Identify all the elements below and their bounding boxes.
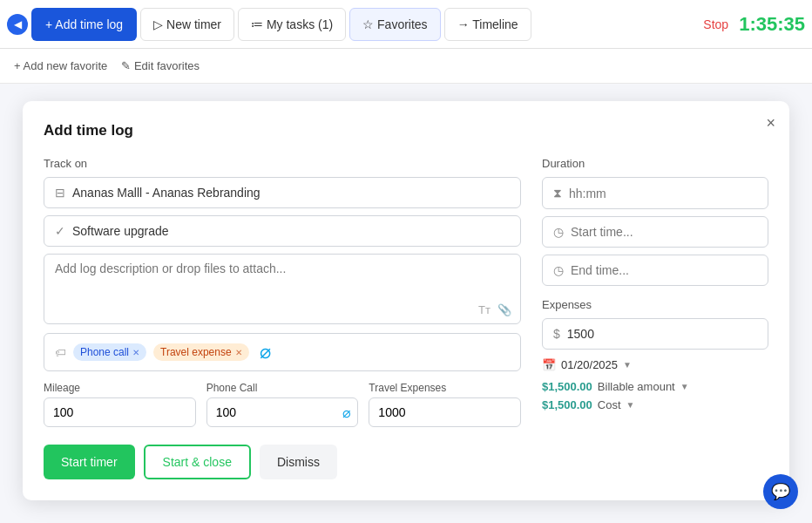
modal-body: Track on ⊟ ✓ Tт 📎 <box>44 157 768 479</box>
duration-input[interactable] <box>569 187 757 200</box>
attach-icon[interactable]: 📎 <box>497 303 511 316</box>
dismiss-button[interactable]: Dismiss <box>260 445 337 479</box>
dollar-icon: $ <box>553 327 560 341</box>
billable-amount-label: Billable amount <box>598 380 675 393</box>
vpn-icon[interactable]: ⌀ <box>260 341 271 363</box>
end-time-input[interactable] <box>571 263 757 277</box>
add-time-button[interactable]: + Add time log <box>31 8 137 41</box>
billable-amount-value: $1,500.00 <box>542 380 592 393</box>
description-wrap: Tт 📎 <box>44 254 521 324</box>
date-chevron-icon: ▼ <box>623 360 632 370</box>
phone-call-vpn-icon: ⌀ <box>342 404 351 421</box>
chat-icon: 💬 <box>771 482 790 501</box>
chat-bubble-button[interactable]: 💬 <box>763 474 798 509</box>
date-row[interactable]: 📅 01/20/2025 ▼ <box>542 358 768 371</box>
edit-favorites-link[interactable]: ✎ Edit favorites <box>121 59 200 72</box>
tag-phone-call-label: Phone call <box>80 346 129 358</box>
cost-amount-value: $1,500.00 <box>542 398 592 411</box>
billable-chevron-icon[interactable]: ▼ <box>680 382 689 391</box>
date-icon: 📅 <box>542 358 556 371</box>
my-tasks-button[interactable]: ≔ My tasks (1) <box>238 8 346 41</box>
nav-arrow-button[interactable]: ◀ <box>7 14 28 35</box>
arrow-icon: ◀ <box>14 18 22 31</box>
expense-fields: Mileage Phone Call ⌀ Travel Expenses <box>44 382 521 427</box>
track-on-label: Track on <box>44 157 521 170</box>
modal-title: Add time log <box>44 122 768 139</box>
tag-travel-expense-label: Travel expense <box>160 346 232 358</box>
phone-call-input[interactable] <box>206 397 359 427</box>
task-check-icon: ✓ <box>55 224 65 238</box>
end-time-input-row[interactable]: ◷ <box>542 255 768 286</box>
cost-chevron-icon[interactable]: ▼ <box>626 400 635 410</box>
duration-icon: ⧗ <box>553 186 562 200</box>
expenses-input[interactable] <box>567 327 757 341</box>
travel-expenses-field: Travel Expenses <box>369 382 521 427</box>
timeline-button[interactable]: → Timeline <box>444 8 531 41</box>
travel-expenses-label: Travel Expenses <box>369 382 521 394</box>
modal-left: Track on ⊟ ✓ Tт 📎 <box>44 157 521 479</box>
page-content: Add time log × Track on ⊟ ✓ <box>0 84 812 523</box>
duration-input-row[interactable]: ⧗ <box>542 177 768 209</box>
task-input-row[interactable]: ✓ <box>44 215 521 247</box>
timer-display: 1:35:35 <box>739 13 805 36</box>
phone-call-label: Phone Call <box>206 382 359 394</box>
tag-icon: 🏷 <box>55 346 66 359</box>
duration-label: Duration <box>542 157 768 170</box>
start-time-icon: ◷ <box>553 225 564 239</box>
billable-row: $1,500.00 Billable amount ▼ <box>542 380 768 393</box>
favorites-button[interactable]: ☆ Favorites <box>349 8 440 41</box>
text-format-icon[interactable]: Tт <box>478 303 491 316</box>
tag-phone-call-remove[interactable]: ✕ <box>132 348 139 357</box>
phone-call-field: Phone Call ⌀ <box>206 382 359 427</box>
travel-expenses-input[interactable] <box>369 397 521 427</box>
start-time-input-row[interactable]: ◷ <box>542 216 768 248</box>
mileage-input[interactable] <box>44 397 196 427</box>
tags-row: 🏷 Phone call ✕ Travel expense ✕ ⌀ <box>44 333 521 371</box>
project-input[interactable] <box>72 186 510 200</box>
project-input-row[interactable]: ⊟ <box>44 177 521 208</box>
new-timer-button[interactable]: ▷ New timer <box>140 8 234 41</box>
stop-button[interactable]: Stop <box>703 17 728 31</box>
start-time-input[interactable] <box>571 225 757 239</box>
add-time-modal: Add time log × Track on ⊟ ✓ <box>23 101 789 500</box>
cost-label: Cost <box>598 398 621 411</box>
project-icon: ⊟ <box>55 186 65 200</box>
task-input[interactable] <box>72 224 510 238</box>
cost-row: $1,500.00 Cost ▼ <box>542 398 768 411</box>
modal-close-button[interactable]: × <box>766 115 775 131</box>
favbar: + Add new favorite ✎ Edit favorites <box>0 49 812 84</box>
description-textarea[interactable] <box>55 262 510 314</box>
date-value: 01/20/2025 <box>561 358 618 371</box>
modal-footer: Start timer Start & close Dismiss <box>44 445 521 479</box>
mileage-label: Mileage <box>44 382 196 394</box>
tag-travel-expense: Travel expense ✕ <box>153 343 249 361</box>
start-close-button[interactable]: Start & close <box>144 445 251 479</box>
mileage-field: Mileage <box>44 382 196 427</box>
tag-phone-call: Phone call ✕ <box>73 343 146 361</box>
end-time-icon: ◷ <box>553 263 564 277</box>
tag-travel-expense-remove[interactable]: ✕ <box>235 348 242 357</box>
expenses-input-wrap[interactable]: $ <box>542 318 768 350</box>
topbar: ◀ + Add time log ▷ New timer ≔ My tasks … <box>0 0 812 49</box>
textarea-icons: Tт 📎 <box>478 303 511 316</box>
add-new-favorite-link[interactable]: + Add new favorite <box>14 59 107 72</box>
expenses-section-label: Expenses <box>542 298 768 311</box>
start-timer-button[interactable]: Start timer <box>44 445 135 479</box>
modal-right: Duration ⧗ ◷ ◷ Expenses <box>542 157 768 479</box>
